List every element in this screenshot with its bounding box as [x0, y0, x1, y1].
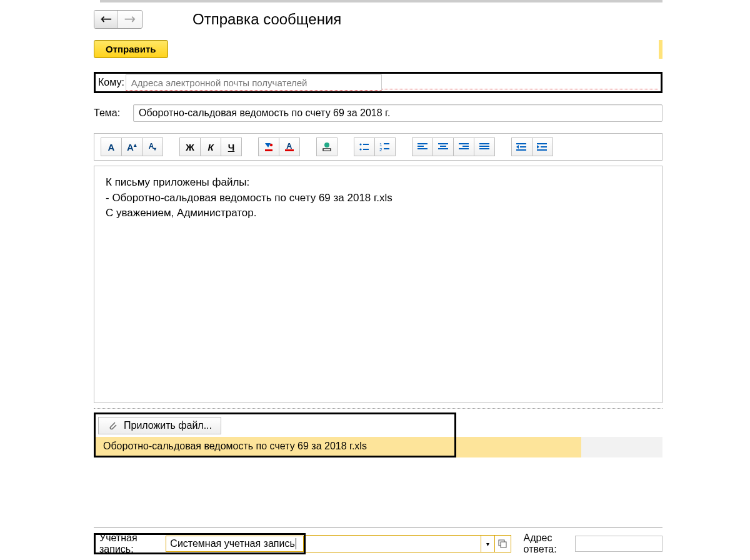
- indent-increase-button[interactable]: [511, 138, 532, 156]
- bucket-icon: [263, 141, 274, 152]
- font-decrease-button[interactable]: A▾: [142, 138, 163, 156]
- align-left-icon: [418, 142, 428, 151]
- svg-rect-15: [418, 143, 428, 144]
- bold-button[interactable]: Ж: [179, 138, 201, 156]
- svg-point-7: [359, 143, 361, 145]
- attachment-item[interactable]: Оборотно-сальдовая ведомость по счету 69…: [96, 437, 454, 456]
- forward-button[interactable]: 🡒: [118, 11, 142, 28]
- bullets-icon: [359, 142, 370, 152]
- svg-rect-30: [537, 143, 547, 144]
- svg-point-9: [359, 148, 361, 150]
- paperclip-icon: [108, 421, 118, 431]
- account-input-extend[interactable]: [306, 536, 481, 552]
- svg-rect-20: [438, 148, 448, 149]
- indent-left-icon: [537, 142, 548, 151]
- arrow-left-icon: 🡐: [101, 14, 112, 25]
- attach-file-button[interactable]: Приложить файл...: [98, 417, 221, 434]
- to-field-highlight: Кому:: [94, 72, 662, 93]
- back-button[interactable]: 🡐: [94, 11, 118, 28]
- svg-rect-26: [479, 148, 489, 149]
- arrow-right-icon: 🡒: [124, 14, 136, 25]
- align-right-button[interactable]: [453, 138, 474, 156]
- align-right-icon: [459, 142, 469, 151]
- svg-text:2: 2: [379, 147, 382, 152]
- body-line: К письму приложены файлы:: [106, 175, 651, 191]
- svg-rect-34: [501, 542, 506, 548]
- editor-toolbar: A A▴ A▾ Ж К Ч A 12: [94, 133, 662, 161]
- open-icon: [498, 539, 507, 548]
- svg-rect-25: [479, 146, 489, 147]
- italic-button[interactable]: К: [200, 138, 221, 156]
- account-input[interactable]: Системная учетная запись: [166, 536, 303, 552]
- svg-rect-23: [459, 148, 469, 149]
- svg-rect-19: [440, 146, 446, 147]
- align-justify-icon: [479, 142, 489, 151]
- subject-label: Тема:: [94, 108, 128, 119]
- svg-rect-24: [479, 143, 489, 144]
- svg-rect-29: [516, 149, 526, 151]
- svg-rect-6: [324, 149, 330, 151]
- svg-text:A: A: [286, 141, 292, 151]
- body-line: - Оборотно-сальдовая ведомость по счету …: [106, 191, 651, 206]
- align-center-icon: [438, 142, 448, 151]
- link-icon: [321, 141, 333, 152]
- svg-rect-28: [520, 146, 526, 148]
- to-label: Кому:: [98, 77, 124, 88]
- reply-address-label: Адрес ответа:: [524, 532, 571, 555]
- attachment-row-extend: [456, 437, 581, 458]
- svg-rect-10: [363, 149, 369, 150]
- account-highlight: Учетная запись: Системная учетная запись: [94, 533, 306, 554]
- indent-decrease-button[interactable]: [532, 138, 553, 156]
- account-input-extra: ▾: [306, 535, 511, 552]
- page-title: Отправка сообщения: [192, 11, 341, 28]
- message-body-editor[interactable]: К письму приложены файлы: - Оборотно-сал…: [94, 166, 662, 403]
- reply-address-input[interactable]: [575, 536, 662, 552]
- font-normal-button[interactable]: A: [101, 138, 122, 156]
- number-list-button[interactable]: 12: [374, 138, 396, 156]
- align-left-button[interactable]: [412, 138, 433, 156]
- subject-input[interactable]: [133, 104, 662, 122]
- svg-rect-3: [285, 149, 294, 151]
- indent-right-icon: [516, 142, 528, 151]
- bullet-list-button[interactable]: [354, 138, 375, 156]
- svg-rect-21: [459, 143, 469, 144]
- text-color-button[interactable]: A: [279, 138, 300, 156]
- to-input[interactable]: [126, 74, 382, 91]
- insert-link-button[interactable]: [316, 138, 338, 156]
- svg-rect-1: [265, 149, 272, 151]
- send-button[interactable]: Отправить: [94, 40, 168, 58]
- align-center-button[interactable]: [432, 138, 454, 156]
- svg-rect-16: [418, 146, 424, 147]
- svg-rect-22: [462, 146, 469, 147]
- underline-button[interactable]: Ч: [221, 138, 242, 156]
- align-justify-button[interactable]: [474, 138, 495, 156]
- numbers-icon: 12: [379, 142, 391, 152]
- nav-buttons: 🡐 🡒: [94, 10, 142, 29]
- svg-rect-32: [537, 149, 547, 151]
- account-open-button[interactable]: [494, 536, 511, 552]
- svg-point-4: [324, 142, 329, 148]
- caret-down-icon: ▾: [486, 541, 489, 548]
- account-label: Учетная запись:: [96, 532, 166, 555]
- body-line: С уважением, Администратор.: [106, 206, 651, 221]
- svg-rect-12: [384, 143, 389, 144]
- svg-rect-14: [384, 148, 389, 149]
- attachments-highlight: Приложить файл... Оборотно-сальдовая вед…: [94, 412, 456, 458]
- highlight-color-button[interactable]: [258, 138, 279, 156]
- footer-bar: Учетная запись: Системная учетная запись…: [94, 527, 662, 560]
- svg-point-0: [270, 144, 272, 146]
- svg-rect-18: [438, 143, 448, 144]
- svg-rect-17: [418, 148, 428, 149]
- svg-rect-27: [516, 143, 526, 144]
- font-increase-button[interactable]: A▴: [121, 138, 142, 156]
- attachment-row-rest: [581, 437, 662, 458]
- text-color-icon: A: [284, 141, 295, 152]
- decoration-stripe: [659, 40, 662, 59]
- to-input-extend[interactable]: [382, 89, 658, 89]
- svg-rect-31: [541, 146, 547, 148]
- account-dropdown-button[interactable]: ▾: [481, 536, 494, 552]
- svg-rect-8: [363, 144, 369, 145]
